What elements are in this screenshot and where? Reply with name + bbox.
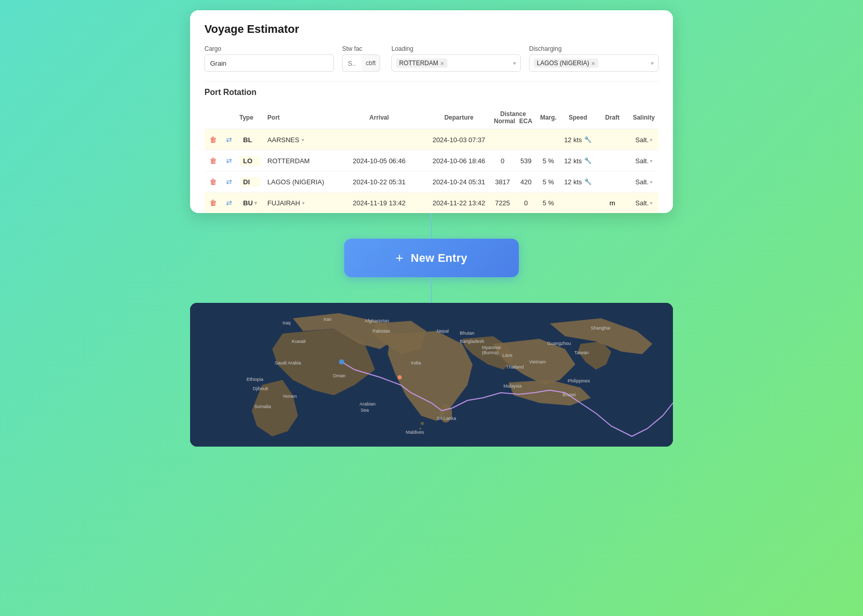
speed-cell-1: 12 kts 🔧 [564,136,593,144]
marg-3: 5 % [536,171,560,192]
svg-text:Ethiopia: Ethiopia [247,377,264,382]
arrival-4: 2024-11-19 13:42 [330,192,428,214]
departure-3: 2024-10-24 05:31 [428,171,490,192]
type-value-1: BL [243,136,252,144]
discharging-input[interactable]: LAGOS (NIGERIA) × ▾ [529,54,659,72]
port-name-3: LAGOS (NIGERIA) [268,178,325,186]
type-value-2: LO [243,157,252,165]
svg-text:Yemen: Yemen [283,394,297,399]
arrival-input-1[interactable] [333,136,425,144]
cargo-input[interactable] [204,54,334,72]
arrival-1[interactable] [330,129,428,150]
cargo-group: Cargo [204,45,334,72]
cargo-label: Cargo [204,45,334,52]
dist-eca-2: 539 [515,150,536,171]
type-cell-2[interactable]: LO [240,156,260,166]
wrench-icon-2[interactable]: 🔧 [584,157,592,164]
route-map: Iraq Iran Afghanistan Kuwait Saudi Arabi… [190,303,673,447]
port-chevron-1[interactable]: ▾ [302,137,304,143]
port-name-4: FUJAIRAH [268,199,301,207]
salinity-value-4: Salt. [635,199,649,207]
port-name-1: AARSNES [268,136,299,144]
departure-4: 2024-11-22 13:42 [428,192,490,214]
salinity-chevron-4[interactable]: ▾ [650,200,652,206]
svg-text:Taiwan: Taiwan [574,350,589,355]
col-departure: Departure [428,106,490,129]
discharging-chevron-icon: ▾ [651,60,654,67]
col-distance: Distance Normal ECA [490,106,536,129]
svg-text:Vietnam: Vietnam [529,359,546,364]
port-rotation-table: Type Port Arrival Departure Distance Nor… [204,106,659,213]
discharging-tag-remove[interactable]: × [591,60,595,67]
type-dropdown-4[interactable]: ▾ [254,200,257,206]
salinity-chevron-2[interactable]: ▾ [650,158,652,164]
type-cell-1[interactable]: BL [240,135,260,145]
draft-3[interactable] [595,171,629,192]
arrival-2: 2024-10-05 06:46 [330,150,428,171]
speed-cell-3: 12 kts 🔧 [564,178,593,186]
loading-tag-text: ROTTERDAM [399,60,438,67]
svg-text:Saudi Arabia: Saudi Arabia [275,360,301,365]
swap-icon-1: ⇄ [226,136,232,144]
stw-input[interactable] [342,54,362,72]
port-cell-3: LAGOS (NIGERIA) [268,178,328,186]
new-entry-label: New Entry [411,252,467,265]
new-entry-button[interactable]: + New Entry [344,239,519,277]
draft-1[interactable] [595,129,629,150]
dist-normal-3: 3817 [490,171,515,192]
delete-button-4[interactable]: 🗑 [208,198,219,208]
dist-normal-1 [490,129,515,150]
type-cell-4[interactable]: BU ▾ [240,198,260,208]
arrival-3: 2024-10-22 05:31 [330,171,428,192]
salinity-chevron-1[interactable]: ▾ [650,137,652,143]
delete-button-1[interactable]: 🗑 [208,134,219,145]
port-cell-2: ROTTERDAM [268,157,328,165]
svg-text:Pakistan: Pakistan [372,329,390,334]
dist-normal-2: 0 [490,150,515,171]
type-cell-3[interactable]: DI [240,177,260,187]
col-draft: Draft [595,106,629,129]
svg-text:Laos: Laos [502,353,513,358]
loading-chevron-icon: ▾ [513,60,516,67]
col-port: Port [265,106,331,129]
salinity-cell-1: Salt. ▾ [632,136,655,144]
marg-2: 5 % [536,150,560,171]
port-rotation-title: Port Rotation [204,81,659,100]
wrench-icon-1[interactable]: 🔧 [584,136,592,143]
svg-text:Somalia: Somalia [254,404,271,409]
svg-text:India: India [411,360,421,365]
draft-2[interactable] [595,150,629,171]
port-marker-india [398,375,402,379]
marg-4: 5 % [536,192,560,214]
loading-tag-remove[interactable]: × [440,60,444,67]
wrench-icon-3[interactable]: 🔧 [584,178,592,185]
draft-4[interactable] [595,192,629,214]
salinity-value-3: Salt. [635,178,649,186]
marg-1 [536,129,560,150]
svg-text:Djibouti: Djibouti [253,386,268,391]
col-salinity: Salinity [629,106,659,129]
col-arrival: Arrival [330,106,428,129]
delete-button-2[interactable]: 🗑 [208,156,219,166]
delete-button-3[interactable]: 🗑 [208,177,219,187]
speed-4 [560,192,596,214]
col-marg: Marg. [536,106,560,129]
loading-label: Loading [391,45,521,52]
table-row: 🗑 ⇄ DI LAGOS (NIGERIA) 2024-10- [204,171,659,192]
salinity-chevron-3[interactable]: ▾ [650,179,652,185]
svg-text:Iraq: Iraq [283,320,291,325]
app-title: Voyage Estimator [204,23,659,36]
svg-text:Oman: Oman [333,373,346,378]
loading-input[interactable]: ROTTERDAM × ▾ [391,54,521,72]
salinity-cell-3: Salt. ▾ [632,178,655,186]
dist-eca-3: 420 [515,171,536,192]
salinity-cell-4: Salt. ▾ [632,199,655,207]
svg-text:Malaysia: Malaysia [503,383,522,389]
port-chevron-4[interactable]: ▾ [302,200,305,206]
svg-text:Philippines: Philippines [568,378,590,383]
speed-value-3: 12 kts [564,178,582,186]
connector-line-top [431,213,432,239]
discharging-tag-lagos: LAGOS (NIGERIA) × [534,59,598,68]
speed-cell-2: 12 kts 🔧 [564,157,593,165]
swap-icon-3: ⇄ [226,178,232,186]
